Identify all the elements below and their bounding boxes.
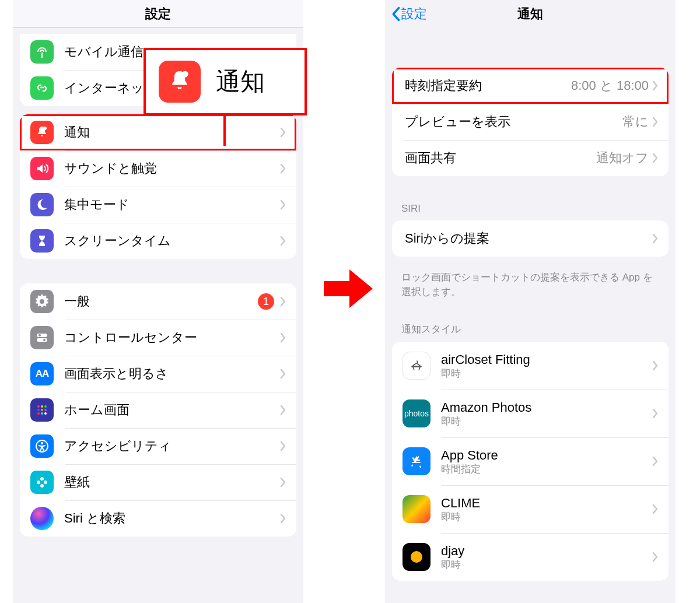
callout-notifications: 通知 bbox=[144, 48, 307, 115]
row-label: コントロールセンター bbox=[64, 329, 280, 346]
hourglass-icon bbox=[30, 229, 54, 253]
row-label: Siriからの提案 bbox=[405, 230, 652, 247]
row-value: 常に bbox=[622, 113, 649, 131]
bell-icon bbox=[30, 121, 54, 144]
row-preview[interactable]: プレビューを表示 常に bbox=[392, 104, 668, 140]
left-group-general: 一般 1 コントロールセンター AA 画面表示と明るさ ホーム画面 bbox=[20, 283, 296, 537]
callout-label: 通知 bbox=[216, 65, 265, 98]
svg-point-20 bbox=[40, 481, 43, 483]
right-nav-title: 通知 bbox=[385, 5, 676, 23]
chevron-right-icon bbox=[652, 504, 658, 514]
notification-badge: 1 bbox=[258, 293, 274, 310]
chevron-right-icon bbox=[280, 369, 286, 379]
row-display[interactable]: AA 画面表示と明るさ bbox=[20, 356, 296, 392]
chevron-right-icon bbox=[280, 127, 286, 138]
row-label: 集中モード bbox=[64, 196, 280, 213]
svg-point-7 bbox=[44, 405, 47, 408]
svg-point-0 bbox=[43, 127, 47, 130]
row-label: 画面共有 bbox=[405, 149, 596, 167]
app-icon-djay bbox=[402, 543, 430, 571]
row-label: 通知 bbox=[64, 124, 280, 141]
row-focus[interactable]: 集中モード bbox=[20, 187, 296, 223]
antenna-icon bbox=[30, 40, 54, 64]
chevron-right-icon bbox=[652, 233, 658, 244]
row-screentime[interactable]: スクリーンタイム bbox=[20, 223, 296, 259]
app-row-appstore[interactable]: App Store 時間指定 bbox=[392, 437, 668, 485]
bell-icon bbox=[159, 61, 201, 103]
row-label: スクリーンタイム bbox=[64, 232, 280, 250]
row-screenshare[interactable]: 画面共有 通知オフ bbox=[392, 140, 668, 176]
app-sub: 即時 bbox=[441, 511, 652, 523]
app-icon-appstore bbox=[402, 447, 430, 475]
svg-point-10 bbox=[44, 409, 47, 411]
nav-back-button[interactable]: 設定 bbox=[391, 5, 427, 23]
svg-point-19 bbox=[44, 481, 47, 484]
accessibility-icon bbox=[30, 434, 54, 458]
row-scheduled-summary[interactable]: 時刻指定要約 8:00 と 18:00 bbox=[392, 68, 668, 104]
svg-point-16 bbox=[40, 477, 44, 481]
chevron-right-icon bbox=[280, 405, 286, 415]
row-controlcenter[interactable]: コントロールセンター bbox=[20, 320, 296, 356]
row-general[interactable]: 一般 1 bbox=[20, 283, 296, 320]
row-label: Siri と検索 bbox=[64, 510, 280, 527]
grid-icon bbox=[30, 398, 54, 422]
section-header-siri: SIRI bbox=[385, 192, 676, 218]
section-footer-siri: ロック画面でショートカットの提案を表示できる App を選択します。 bbox=[385, 265, 676, 302]
svg-point-15 bbox=[41, 442, 43, 444]
app-sub: 即時 bbox=[441, 415, 652, 427]
left-nav-title: 設定 bbox=[13, 5, 303, 23]
row-label: ホーム画面 bbox=[64, 401, 280, 419]
row-label: 壁紙 bbox=[64, 474, 280, 491]
chevron-right-icon bbox=[280, 441, 286, 451]
chevron-right-icon bbox=[280, 199, 286, 210]
speaker-icon bbox=[30, 157, 54, 180]
chevron-right-icon bbox=[652, 408, 658, 419]
app-name: airCloset Fitting bbox=[441, 352, 652, 368]
row-label: アクセシビリティ bbox=[64, 437, 280, 455]
chevron-right-icon bbox=[280, 296, 286, 307]
right-group-siri: Siriからの提案 bbox=[392, 220, 668, 257]
row-siri-suggestions[interactable]: Siriからの提案 bbox=[392, 220, 668, 257]
left-nav-bar: 設定 bbox=[13, 0, 303, 28]
flower-icon bbox=[30, 471, 54, 494]
svg-point-8 bbox=[37, 409, 40, 411]
row-notifications[interactable]: 通知 bbox=[20, 114, 296, 150]
chevron-right-icon bbox=[280, 236, 286, 246]
right-nav-bar: 設定 通知 bbox=[385, 0, 676, 28]
right-group-apps: airCloset Fitting 即時 photos Amazon Photo… bbox=[392, 342, 668, 581]
right-panel-notifications: 設定 通知 時刻指定要約 8:00 と 18:00 プレビューを表示 常に 画面… bbox=[385, 0, 676, 603]
row-wallpaper[interactable]: 壁紙 bbox=[20, 464, 296, 500]
row-accessibility[interactable]: アクセシビリティ bbox=[20, 428, 296, 464]
aa-icon: AA bbox=[30, 362, 54, 385]
app-row-clime[interactable]: CLIME 即時 bbox=[392, 485, 668, 533]
row-siri[interactable]: Siri と検索 bbox=[20, 500, 296, 537]
app-row-djay[interactable]: djay 即時 bbox=[392, 533, 668, 581]
svg-point-12 bbox=[41, 412, 43, 415]
svg-point-9 bbox=[41, 409, 43, 411]
row-label: プレビューを表示 bbox=[405, 113, 622, 131]
svg-point-13 bbox=[44, 412, 47, 415]
row-label: 一般 bbox=[64, 293, 258, 310]
chevron-right-icon bbox=[652, 117, 658, 127]
app-sub: 即時 bbox=[441, 559, 652, 571]
row-label: 画面表示と明るさ bbox=[64, 365, 280, 383]
row-value: 8:00 と 18:00 bbox=[571, 77, 649, 94]
row-sounds[interactable]: サウンドと触覚 bbox=[20, 150, 296, 187]
chevron-right-icon bbox=[280, 163, 286, 174]
svg-point-5 bbox=[37, 405, 40, 408]
app-name: CLIME bbox=[441, 495, 652, 511]
link-icon bbox=[30, 76, 54, 100]
svg-rect-3 bbox=[37, 338, 47, 342]
chevron-right-icon bbox=[652, 153, 658, 163]
chevron-right-icon bbox=[280, 477, 286, 488]
svg-point-2 bbox=[38, 334, 41, 336]
app-row-amazon[interactable]: photos Amazon Photos 即時 bbox=[392, 390, 668, 437]
app-icon-aircloset bbox=[402, 352, 430, 380]
chevron-right-icon bbox=[280, 513, 286, 524]
app-row-aircloset[interactable]: airCloset Fitting 即時 bbox=[392, 342, 668, 390]
arrow-right-icon bbox=[324, 268, 373, 309]
row-home[interactable]: ホーム画面 bbox=[20, 392, 296, 428]
svg-point-18 bbox=[37, 481, 40, 484]
chevron-right-icon bbox=[652, 552, 658, 562]
svg-point-17 bbox=[40, 484, 44, 488]
